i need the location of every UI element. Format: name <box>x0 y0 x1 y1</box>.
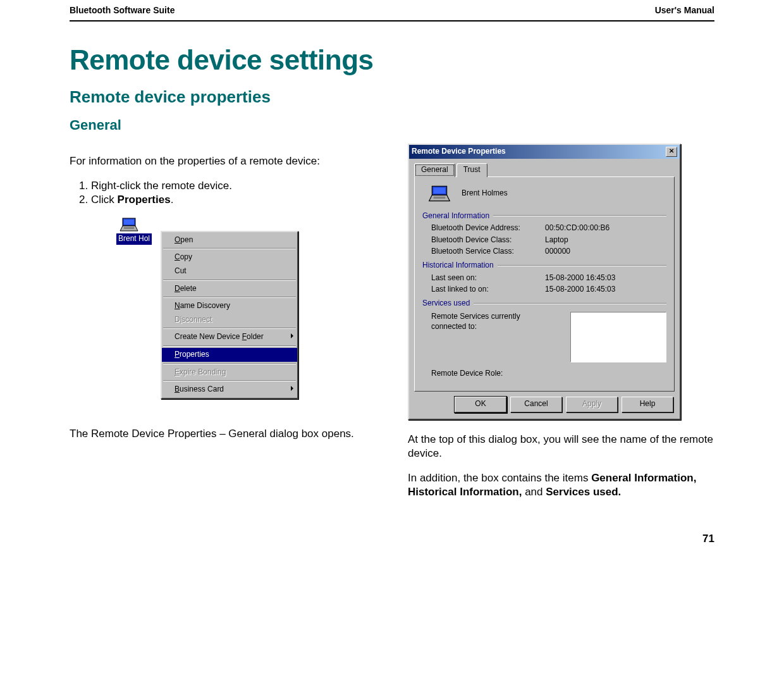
svg-rect-3 <box>124 227 134 229</box>
row-remote-role: Remote Device Role: <box>431 369 666 379</box>
below-figure-paragraph: The Remote Device Properties – General d… <box>70 427 376 441</box>
header-right: User's Manual <box>655 5 714 15</box>
menu-business-card[interactable]: Business Card <box>162 383 297 397</box>
menu-cut[interactable]: Cut <box>162 264 297 278</box>
menu-separator <box>163 363 296 364</box>
menu-delete[interactable]: Delete <box>162 282 297 296</box>
row-service-class: Bluetooth Service Class: 000000 <box>431 247 666 257</box>
group-historical-info: Historical Information <box>422 261 666 271</box>
row-last-seen: Last seen on: 15-08-2000 16:45:03 <box>431 273 666 283</box>
svg-rect-5 <box>434 187 446 193</box>
tab-panel-general: Brent Holmes General Information Bluetoo… <box>414 176 675 392</box>
ok-button[interactable]: OK <box>455 397 506 412</box>
steps-list: Right-click the remote device. Click Pro… <box>70 179 376 207</box>
device-label: Brent Hol <box>116 233 152 245</box>
header-left: Bluetooth Software Suite <box>70 5 175 15</box>
menu-create-folder[interactable]: Create New Device Folder <box>162 330 297 344</box>
row-services-connected: Remote Services currently connected to: <box>431 312 666 362</box>
section-heading: Remote device properties <box>70 87 714 107</box>
row-last-linked: Last linked to on: 15-08-2000 16:45:03 <box>431 285 666 295</box>
page-header: Bluetooth Software Suite User's Manual <box>70 0 714 22</box>
dialog-title-bar: Remote Device Properties ✕ <box>409 145 680 159</box>
subsection-heading: General <box>70 117 714 133</box>
context-menu-figure: Brent Hol Open Copy Cut Delete Name Disc… <box>116 217 376 414</box>
page-number: 71 <box>70 533 714 545</box>
page-title: Remote device settings <box>70 44 714 76</box>
tab-general[interactable]: General <box>414 163 455 177</box>
dialog-button-row: OK Cancel Apply Help <box>409 397 680 419</box>
dialog-title: Remote Device Properties <box>412 147 506 157</box>
step-2: Click Properties. <box>91 193 376 207</box>
group-services-used: Services used <box>422 299 666 309</box>
row-device-class: Bluetooth Device Class: Laptop <box>431 235 666 245</box>
apply-button: Apply <box>566 397 618 412</box>
menu-separator <box>163 345 296 347</box>
cancel-button[interactable]: Cancel <box>510 397 562 412</box>
context-menu: Open Copy Cut Delete Name Discovery Disc… <box>161 231 298 399</box>
menu-open[interactable]: Open <box>162 233 297 247</box>
menu-copy[interactable]: Copy <box>162 250 297 264</box>
right-paragraph-2: In addition, the box contains the items … <box>408 471 714 499</box>
submenu-arrow-icon <box>291 386 293 391</box>
right-column: Remote Device Properties ✕ General Trust <box>408 144 714 510</box>
menu-disconnect: Disconnect <box>162 313 297 327</box>
dialog-device-name: Brent Holmes <box>462 189 508 199</box>
submenu-arrow-icon <box>291 333 293 338</box>
menu-expire-bonding: Expire Bonding <box>162 366 297 380</box>
menu-properties[interactable]: Properties <box>162 348 297 362</box>
menu-separator <box>163 248 296 249</box>
step-1: Right-click the remote device. <box>91 179 376 193</box>
right-paragraph-1: At the top of this dialog box, you will … <box>408 433 714 461</box>
row-device-address: Bluetooth Device Address: 00:50:CD:00:00… <box>431 223 666 233</box>
tabs-row: General Trust <box>409 159 680 176</box>
help-button[interactable]: Help <box>622 397 673 412</box>
laptop-icon <box>119 217 139 232</box>
services-listbox[interactable] <box>570 312 666 362</box>
menu-name-discovery[interactable]: Name Discovery <box>162 299 297 313</box>
close-button[interactable]: ✕ <box>666 147 677 157</box>
svg-rect-1 <box>124 219 134 225</box>
tab-trust[interactable]: Trust <box>456 163 487 177</box>
menu-separator <box>163 328 296 329</box>
left-column: For information on the properties of a r… <box>70 144 376 510</box>
menu-separator <box>163 297 296 298</box>
svg-rect-7 <box>434 196 446 199</box>
menu-separator <box>163 280 296 281</box>
group-general-info: General Information <box>422 211 666 221</box>
laptop-icon <box>427 185 451 202</box>
properties-dialog: Remote Device Properties ✕ General Trust <box>408 144 681 420</box>
intro-paragraph: For information on the properties of a r… <box>70 154 376 168</box>
menu-separator <box>163 380 296 381</box>
